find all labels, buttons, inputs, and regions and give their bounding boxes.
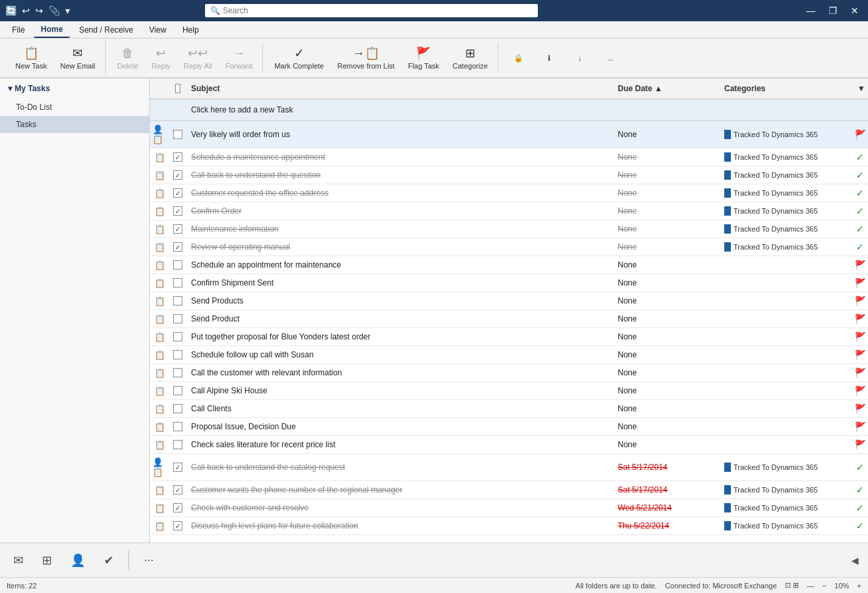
add-task-row[interactable]: Click here to add a new Task <box>150 99 868 121</box>
task-checkbox[interactable]: ✓ <box>173 242 182 252</box>
row-subject[interactable]: Proposal Issue, Decision Due <box>186 418 612 435</box>
table-row[interactable]: 📋 Proposal Issue, Decision Due None 🚩 <box>150 418 868 436</box>
table-row[interactable]: 👤📋 ✓ Call back to understand the catalog… <box>150 454 868 481</box>
table-row[interactable]: 📋 Schedule follow up call with Susan Non… <box>150 346 868 364</box>
nav-people-button[interactable]: 👤 <box>64 549 92 572</box>
table-row[interactable]: 📋 Call Clients None 🚩 <box>150 400 868 418</box>
menu-send-receive[interactable]: Send / Receive <box>73 23 140 37</box>
task-checkbox[interactable] <box>173 440 182 449</box>
table-row[interactable]: 📋 Send Products None 🚩 <box>150 292 868 310</box>
task-checkbox[interactable]: ✓ <box>173 206 182 216</box>
task-checkbox[interactable]: ✓ <box>173 485 182 494</box>
row-checkbox-cell[interactable]: ✓ <box>170 499 186 516</box>
minimize-button[interactable]: — <box>802 4 819 17</box>
select-all-checkbox[interactable] <box>175 84 180 93</box>
task-checkbox[interactable] <box>173 386 182 395</box>
row-checkbox-cell[interactable] <box>170 400 186 417</box>
search-box[interactable]: 🔍 <box>205 4 538 17</box>
row-subject[interactable]: Very likely will order from us <box>186 121 612 148</box>
row-subject[interactable]: Discuss high level plans for future coll… <box>186 517 612 534</box>
row-checkbox-cell[interactable]: ✓ <box>170 454 186 481</box>
move-down-button[interactable]: ↓ <box>565 51 594 65</box>
task-checkbox[interactable] <box>173 296 182 305</box>
row-subject[interactable]: Call back to understand the question <box>186 166 612 184</box>
task-checkbox[interactable]: ✓ <box>173 152 182 162</box>
table-row[interactable]: 📋 ✓ Review of operating manual None Trac… <box>150 238 868 256</box>
task-checkbox[interactable] <box>173 350 182 359</box>
row-checkbox-cell[interactable] <box>170 418 186 435</box>
new-email-button[interactable]: ✉ New Email <box>54 41 101 75</box>
row-checkbox-cell[interactable] <box>170 292 186 309</box>
reply-all-button[interactable]: ↩↩ Reply All <box>178 43 218 73</box>
table-row[interactable]: 📋 ✓ Schedule a maintenance appointment N… <box>150 148 868 166</box>
reply-button[interactable]: ↩ Reply <box>146 43 176 73</box>
row-subject[interactable]: Customer requested the office address <box>186 184 612 202</box>
table-row[interactable]: 📋 ✓ Confirm Order None Tracked To Dynami… <box>150 202 868 220</box>
task-checkbox[interactable]: ✓ <box>173 521 182 530</box>
sidebar-item-tasks[interactable]: Tasks <box>0 116 149 133</box>
th-filter[interactable]: ▼ <box>852 81 868 96</box>
table-row[interactable]: 📋 ✓ Maintenance information None Tracked… <box>150 220 868 238</box>
row-checkbox-cell[interactable] <box>170 256 186 274</box>
table-row[interactable]: 📋 Confirm Shipment Sent None 🚩 <box>150 274 868 292</box>
sidebar-item-todo-list[interactable]: To-Do List <box>0 99 149 116</box>
th-due-date[interactable]: Due Date ▲ <box>612 81 719 96</box>
row-checkbox-cell[interactable]: ✓ <box>170 238 186 256</box>
row-checkbox-cell[interactable]: ✓ <box>170 202 186 220</box>
task-checkbox[interactable] <box>173 422 182 431</box>
task-checkbox[interactable] <box>173 368 182 377</box>
table-row[interactable]: 📋 Call the customer with relevant inform… <box>150 364 868 382</box>
delete-button[interactable]: 🗑 Delete <box>111 43 144 73</box>
maximize-button[interactable]: ❐ <box>825 4 841 17</box>
task-checkbox[interactable] <box>173 332 182 341</box>
table-row[interactable]: 📋 ✓ Call back to understand the question… <box>150 166 868 184</box>
search-input[interactable] <box>223 6 533 15</box>
row-subject[interactable]: Schedule follow up call with Susan <box>186 346 612 363</box>
row-subject[interactable]: Confirm Order <box>186 202 612 220</box>
table-row[interactable]: 📋 ✓ Discuss high level plans for future … <box>150 517 868 535</box>
more-button[interactable]: ... <box>596 51 625 65</box>
row-subject[interactable]: Call Clients <box>186 400 612 417</box>
th-categories[interactable]: Categories <box>719 81 852 96</box>
row-subject[interactable]: Call Alpine Ski House <box>186 382 612 399</box>
redo-icon[interactable]: ↪ <box>35 5 43 16</box>
task-checkbox[interactable] <box>173 278 182 288</box>
row-checkbox-cell[interactable] <box>170 274 186 292</box>
menu-help[interactable]: Help <box>176 23 206 37</box>
row-checkbox-cell[interactable]: ✓ <box>170 166 186 184</box>
row-subject[interactable]: Put together proposal for Blue Yonders l… <box>186 328 612 345</box>
zoom-minus[interactable]: − <box>822 582 826 590</box>
attach-icon[interactable]: 📎 <box>49 5 60 16</box>
row-subject[interactable]: Check with customer and resolve <box>186 499 612 516</box>
sidebar-section-my-tasks[interactable]: ▾ My Tasks <box>0 79 149 99</box>
new-task-button[interactable]: 📋 New Task <box>9 41 53 75</box>
row-checkbox-cell[interactable] <box>170 121 186 148</box>
add-task-subject-cell[interactable]: Click here to add a new Task <box>186 102 612 118</box>
task-checkbox[interactable]: ✓ <box>173 224 182 234</box>
sidebar-collapse-button[interactable]: ◀ <box>849 552 861 568</box>
forward-button[interactable]: → Forward <box>220 43 258 73</box>
categorize-button[interactable]: ⊞ Categorize <box>447 43 494 73</box>
mark-complete-button[interactable]: ✓ Mark Complete <box>268 43 330 73</box>
row-subject[interactable]: Schedule a maintenance appointment <box>186 148 612 166</box>
info-button[interactable]: ℹ <box>535 51 564 66</box>
table-row[interactable]: 📋 ✓ Customer wants the phone number of t… <box>150 481 868 499</box>
zoom-plus[interactable]: + <box>857 582 861 590</box>
table-row[interactable]: 📋 Call Alpine Ski House None 🚩 <box>150 382 868 400</box>
task-checkbox[interactable] <box>173 260 182 270</box>
task-checkbox[interactable]: ✓ <box>173 170 182 180</box>
row-subject[interactable]: Customer wants the phone number of the r… <box>186 481 612 498</box>
row-checkbox-cell[interactable] <box>170 436 186 453</box>
row-subject[interactable]: Send Products <box>186 292 612 309</box>
table-row[interactable]: 📋 Put together proposal for Blue Yonders… <box>150 328 868 346</box>
menu-view[interactable]: View <box>142 23 173 37</box>
lock-button[interactable]: 🔒 <box>504 51 533 66</box>
nav-tasks-button[interactable]: ✔ <box>97 549 120 572</box>
table-row[interactable]: 📋 Check sales literature for recent pric… <box>150 436 868 454</box>
table-row[interactable]: 📋 ✓ Customer requested the office addres… <box>150 184 868 202</box>
flag-task-button[interactable]: 🚩 Flag Task <box>402 43 445 73</box>
row-checkbox-cell[interactable] <box>170 382 186 399</box>
row-subject[interactable]: Call the customer with relevant informat… <box>186 364 612 381</box>
table-row[interactable]: 👤📋 Very likely will order from us None T… <box>150 121 868 148</box>
row-subject[interactable]: Review of operating manual <box>186 238 612 256</box>
